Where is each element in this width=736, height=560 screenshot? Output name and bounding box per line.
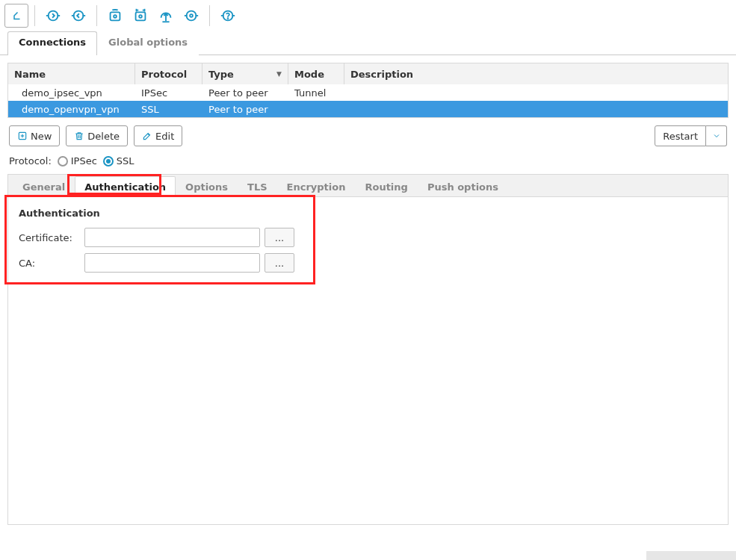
protocol-option-ssl[interactable]: SSL — [103, 155, 134, 167]
tab-general[interactable]: General — [13, 176, 75, 197]
tab-global-options[interactable]: Global options — [97, 31, 199, 55]
certificate-input[interactable] — [84, 228, 260, 247]
tab-authentication[interactable]: Authentication — [75, 176, 176, 197]
restart-button-group: Restart — [655, 125, 727, 146]
certificate-row: Certificate: ... — [19, 228, 717, 247]
cell-type: Peer to peer — [202, 104, 288, 115]
cell-name: demo_ipsec_vpn — [8, 87, 135, 99]
ca-row: CA: ... — [19, 253, 717, 273]
tab-routing[interactable]: Routing — [355, 176, 417, 197]
delete-button[interactable]: Delete — [66, 125, 128, 146]
plus-icon — [17, 131, 28, 141]
gear-circle-icon[interactable] — [179, 4, 203, 28]
col-header-name[interactable]: Name — [8, 63, 135, 84]
protocol-option-ipsec[interactable]: IPSec — [58, 155, 97, 167]
auth-panel: Authentication Certificate: ... CA: ... — [7, 196, 729, 525]
eye-gear-icon[interactable] — [103, 4, 127, 28]
protocol-option-ipsec-label: IPSec — [71, 155, 97, 167]
ca-input[interactable] — [84, 253, 260, 273]
delete-button-label: Delete — [87, 131, 120, 142]
tab-encryption[interactable]: Encryption — [277, 176, 356, 197]
svg-point-0 — [49, 11, 58, 21]
toolbar-separator — [209, 5, 210, 26]
svg-point-9 — [190, 14, 193, 17]
sort-desc-icon: ▼ — [276, 70, 282, 78]
circle-arrow-left-icon[interactable] — [67, 4, 90, 28]
col-header-protocol[interactable]: Protocol — [135, 63, 202, 84]
col-header-type[interactable]: Type ▼ — [202, 63, 288, 84]
radio-checked-icon — [103, 156, 114, 167]
col-header-mode[interactable]: Mode — [288, 63, 344, 84]
restart-button[interactable]: Restart — [655, 125, 706, 146]
circle-arrow-right-icon[interactable] — [41, 4, 65, 28]
edit-button-label: Edit — [155, 131, 174, 142]
tab-push-options[interactable]: Push options — [418, 176, 508, 197]
svg-point-1 — [74, 11, 84, 21]
protocol-option-ssl-label: SSL — [117, 155, 134, 167]
svg-point-8 — [187, 11, 197, 21]
restart-dropdown[interactable] — [706, 125, 727, 146]
auth-title: Authentication — [19, 208, 717, 219]
toolbar-separator — [96, 5, 97, 26]
svg-rect-4 — [136, 12, 146, 20]
toolbar-separator — [34, 5, 35, 26]
radio-icon — [58, 156, 68, 167]
svg-point-5 — [139, 15, 142, 18]
edit-button[interactable]: Edit — [134, 125, 182, 146]
grid-header: Name Protocol Type ▼ Mode Description — [8, 63, 728, 84]
trash-icon — [74, 131, 84, 141]
ca-label: CA: — [19, 258, 80, 269]
table-row[interactable]: demo_ipsec_vpn IPSec Peer to peer Tunnel — [8, 84, 728, 101]
cell-protocol: IPSec — [135, 87, 202, 99]
cell-type: Peer to peer — [202, 87, 288, 99]
gear-sync-icon[interactable] — [129, 4, 152, 28]
upload-icon[interactable] — [154, 4, 178, 28]
connections-grid: Name Protocol Type ▼ Mode Description de… — [7, 63, 729, 118]
ca-browse-button[interactable]: ... — [265, 253, 294, 273]
protocol-label: Protocol: — [9, 155, 52, 167]
col-header-description[interactable]: Description — [344, 63, 728, 84]
restart-button-label: Restart — [663, 131, 698, 142]
footer-bar — [646, 551, 736, 560]
col-header-type-label: Type — [208, 69, 234, 80]
tab-options[interactable]: Options — [176, 176, 238, 197]
chevron-down-icon — [712, 131, 721, 140]
top-tabs: Connections Global options — [0, 31, 736, 55]
back-icon[interactable] — [4, 4, 28, 28]
tab-connections[interactable]: Connections — [7, 31, 97, 55]
protocol-row: Protocol: IPSec SSL — [7, 151, 729, 174]
help-icon[interactable] — [216, 4, 240, 28]
table-row[interactable]: demo_openvpn_vpn SSL Peer to peer — [8, 101, 728, 117]
certificate-browse-button[interactable]: ... — [265, 228, 294, 247]
svg-point-3 — [114, 15, 117, 18]
certificate-label: Certificate: — [19, 232, 80, 243]
inner-tabs: General Authentication Options TLS Encry… — [7, 174, 729, 196]
main-toolbar — [0, 0, 736, 31]
svg-point-11 — [228, 18, 229, 19]
grid-action-bar: New Delete Edit Restart — [7, 118, 729, 151]
new-button-label: New — [31, 131, 52, 142]
edit-icon — [142, 131, 152, 141]
cell-mode: Tunnel — [288, 87, 344, 99]
cell-protocol: SSL — [135, 104, 202, 115]
tab-tls[interactable]: TLS — [238, 176, 277, 197]
cell-name: demo_openvpn_vpn — [8, 104, 135, 115]
new-button[interactable]: New — [9, 125, 60, 146]
svg-rect-2 — [111, 12, 120, 20]
